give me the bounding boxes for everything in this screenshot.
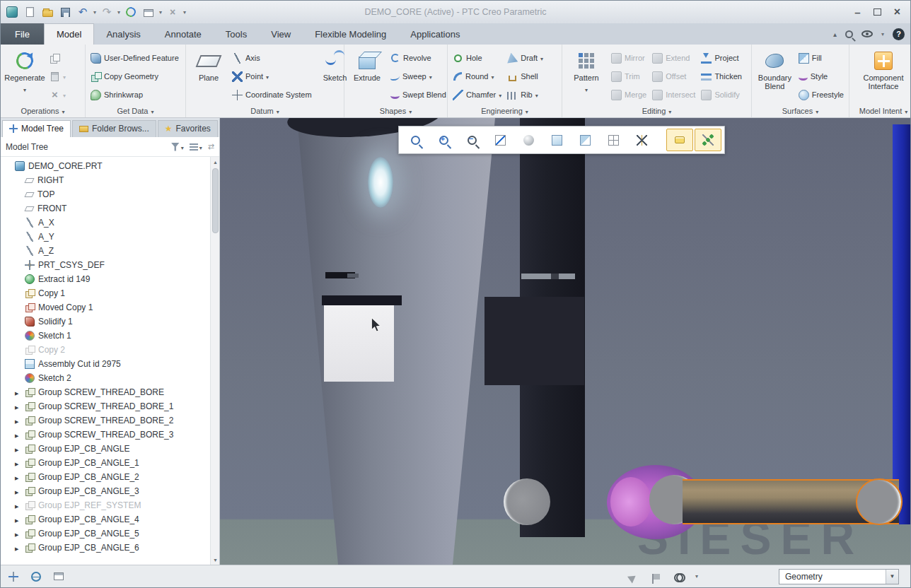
tree-item[interactable]: Extract id 149	[1, 272, 210, 286]
axis-button[interactable]: Axis	[230, 49, 314, 67]
tree-item[interactable]: Copy 2	[1, 343, 210, 357]
selected-pin-cap[interactable]	[856, 478, 903, 525]
scrollbar-thumb[interactable]	[212, 168, 219, 233]
help-icon[interactable]: ?	[893, 28, 905, 40]
minimize-button[interactable]	[854, 6, 860, 18]
tab-applications[interactable]: Applications	[398, 23, 472, 45]
shaded-view-button[interactable]	[515, 129, 542, 151]
tab-annotate[interactable]: Annotate	[153, 23, 214, 45]
tree-item[interactable]: Group EJP_CB_ANGLE_5	[1, 527, 210, 541]
extrude-button[interactable]: Extrude	[347, 47, 387, 82]
tree-scrollbar[interactable]: ▲ ▼	[210, 157, 219, 565]
save-icon[interactable]	[58, 5, 72, 19]
visibility-dropdown-icon[interactable]: ▾	[881, 31, 884, 37]
revolve-button[interactable]: Revolve	[388, 49, 448, 67]
display-style-button[interactable]	[543, 129, 570, 151]
project-button[interactable]: Project	[699, 49, 744, 67]
expand-arrow-icon[interactable]	[15, 401, 21, 411]
windows-dropdown-icon[interactable]: ▾	[159, 9, 162, 16]
scroll-up-icon[interactable]: ▲	[211, 157, 219, 167]
tab-file[interactable]: File	[1, 23, 44, 45]
engineering-group-label[interactable]: Engineering	[448, 105, 562, 117]
open-file-icon[interactable]	[40, 5, 54, 19]
thicken-button[interactable]: Thicken	[699, 67, 744, 86]
expand-arrow-icon[interactable]	[15, 529, 21, 539]
tree-filter-button[interactable]	[171, 142, 184, 152]
datum-display-button[interactable]	[628, 129, 655, 151]
copy-button[interactable]	[47, 49, 68, 67]
spin-center-button[interactable]	[695, 129, 721, 151]
web-browser-icon[interactable]	[29, 570, 43, 584]
tree-item[interactable]: FRONT	[1, 201, 210, 216]
merge-button[interactable]: Merge	[609, 86, 649, 104]
resume-arrow-icon[interactable]	[627, 570, 642, 584]
expand-arrow-icon[interactable]	[15, 444, 21, 454]
tree-item[interactable]: Group SCREW_THREAD_BORE_2	[1, 413, 210, 428]
tab-analysis[interactable]: Analysis	[94, 23, 152, 45]
expand-arrow-icon[interactable]	[15, 514, 21, 524]
shell-button[interactable]: Shell	[505, 67, 545, 86]
regenerate-quick-icon[interactable]	[124, 5, 138, 19]
boundary-blend-button[interactable]: Boundary Blend	[755, 47, 795, 90]
tab-model-tree[interactable]: Model Tree	[2, 120, 71, 137]
regenerate-button[interactable]: Regenerate	[4, 47, 46, 94]
chamfer-button[interactable]: Chamfer	[451, 86, 504, 104]
undo-dropdown-icon[interactable]: ▾	[93, 9, 96, 16]
find-icon[interactable]	[673, 570, 687, 584]
rib-button[interactable]: Rib	[505, 86, 545, 104]
selection-filter-dropdown-icon[interactable]: ▼	[886, 570, 898, 584]
pattern-button[interactable]: Pattern	[565, 47, 608, 94]
graphics-area[interactable]: SIESER +−	[220, 118, 910, 565]
tree-item[interactable]: Copy 1	[1, 286, 210, 300]
expand-arrow-icon[interactable]	[15, 543, 21, 553]
model-white-face[interactable]	[324, 305, 394, 382]
scroll-down-icon[interactable]: ▼	[211, 555, 219, 565]
fill-button[interactable]: Fill	[796, 49, 846, 67]
customize-toolbar-icon[interactable]: ▾	[183, 9, 186, 16]
draft-button[interactable]: Draft	[505, 49, 545, 67]
tree-item[interactable]: A_Z	[1, 244, 210, 258]
tree-item[interactable]: Solidify 1	[1, 314, 210, 329]
component-interface-button[interactable]: Component Interface	[854, 47, 911, 90]
maximize-button[interactable]	[874, 8, 881, 16]
surfaces-group-label[interactable]: Surfaces	[752, 105, 849, 117]
expand-arrow-icon[interactable]	[15, 416, 21, 425]
command-search-icon[interactable]	[845, 30, 853, 38]
app-icon[interactable]	[5, 5, 19, 19]
close-button[interactable]	[894, 6, 900, 18]
tree-item[interactable]: TOP	[1, 187, 210, 201]
round-button[interactable]: Round	[451, 67, 504, 86]
expand-arrow-icon[interactable]	[15, 486, 21, 496]
tree-view-button[interactable]	[190, 142, 202, 152]
editing-group-label[interactable]: Editing	[562, 105, 751, 117]
selection-filter-combo[interactable]: Geometry ▼	[779, 569, 899, 584]
tab-flexible-modeling[interactable]: Flexible Modeling	[303, 23, 398, 45]
tree-item[interactable]: Group EJP_CB_ANGLE_2	[1, 470, 210, 484]
model-pocket-face[interactable]	[484, 297, 584, 385]
full-window-icon[interactable]	[52, 570, 66, 584]
tab-favorites[interactable]: ★Favorites	[158, 120, 218, 137]
tab-model[interactable]: Model	[44, 23, 94, 45]
stop-flag-icon[interactable]	[650, 570, 664, 584]
hole-button[interactable]: Hole	[451, 49, 504, 67]
undo-icon[interactable]	[76, 5, 90, 19]
shapes-group-label[interactable]: Shapes	[344, 105, 447, 117]
tree-item[interactable]: Group SCREW_THREAD_BORE	[1, 385, 210, 399]
close-window-icon[interactable]	[166, 5, 180, 19]
offset-button[interactable]: Offset	[650, 67, 697, 86]
tree-item[interactable]: Group EJP_CB_ANGLE_3	[1, 484, 210, 498]
paste-button[interactable]	[47, 67, 68, 86]
tree-item[interactable]: Group SCREW_THREAD_BORE_3	[1, 428, 210, 442]
tree-item[interactable]: RIGHT	[1, 173, 210, 187]
expand-arrow-icon[interactable]	[15, 387, 21, 397]
expand-arrow-icon[interactable]	[15, 430, 21, 440]
saved-orientations-button[interactable]	[600, 129, 627, 151]
intersect-button[interactable]: Intersect	[650, 86, 697, 104]
tree-item[interactable]: Moved Copy 1	[1, 300, 210, 314]
model-cylinder-end[interactable]	[504, 478, 550, 525]
zoom-out-button[interactable]: −	[458, 129, 485, 151]
tree-settings-button[interactable]: ⇄	[208, 142, 214, 151]
tree-item[interactable]: Group EJP_CB_ANGLE_6	[1, 541, 210, 555]
redo-icon[interactable]	[100, 5, 114, 19]
tree-item[interactable]: Group EJP_CB_ANGLE_1	[1, 456, 210, 470]
